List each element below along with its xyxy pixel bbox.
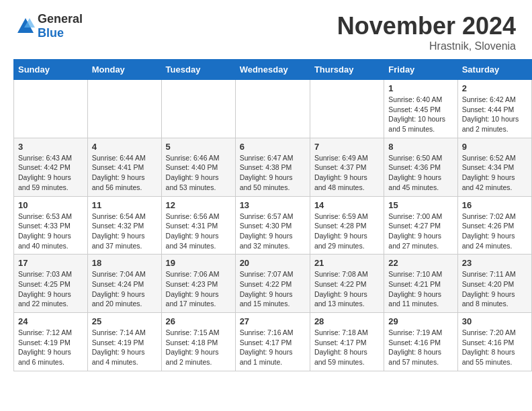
day-number: 27 — [240, 316, 306, 326]
day-number: 5 — [166, 142, 231, 152]
day-info: Sunrise: 7:14 AM Sunset: 4:19 PM Dayligh… — [92, 328, 157, 367]
calendar-cell: 16Sunrise: 7:02 AM Sunset: 4:26 PM Dayli… — [457, 196, 531, 255]
day-info: Sunrise: 7:07 AM Sunset: 4:22 PM Dayligh… — [240, 269, 306, 309]
calendar-cell — [310, 80, 384, 138]
day-info: Sunrise: 7:20 AM Sunset: 4:16 PM Dayligh… — [462, 328, 527, 367]
day-number: 19 — [166, 258, 231, 268]
logo: General Blue — [16, 12, 83, 40]
day-number: 12 — [166, 200, 231, 210]
day-info: Sunrise: 7:03 AM Sunset: 4:25 PM Dayligh… — [18, 269, 83, 309]
day-number: 9 — [462, 142, 527, 152]
calendar-cell: 28Sunrise: 7:18 AM Sunset: 4:17 PM Dayli… — [310, 313, 384, 371]
day-info: Sunrise: 6:40 AM Sunset: 4:45 PM Dayligh… — [388, 95, 453, 134]
logo-icon — [16, 17, 35, 36]
day-info: Sunrise: 6:53 AM Sunset: 4:33 PM Dayligh… — [18, 212, 83, 251]
day-number: 28 — [314, 316, 380, 326]
weekday-saturday: Saturday — [457, 60, 531, 80]
day-number: 4 — [92, 142, 157, 152]
calendar-cell — [87, 80, 161, 138]
day-info: Sunrise: 6:46 AM Sunset: 4:40 PM Dayligh… — [166, 153, 231, 193]
weekday-tuesday: Tuesday — [161, 60, 235, 80]
day-number: 6 — [240, 142, 306, 152]
day-info: Sunrise: 6:44 AM Sunset: 4:41 PM Dayligh… — [92, 153, 157, 193]
day-info: Sunrise: 7:12 AM Sunset: 4:19 PM Dayligh… — [18, 328, 83, 367]
day-number: 1 — [388, 83, 453, 93]
day-info: Sunrise: 7:10 AM Sunset: 4:21 PM Dayligh… — [388, 269, 453, 309]
day-number: 18 — [92, 258, 157, 268]
calendar-cell: 23Sunrise: 7:11 AM Sunset: 4:20 PM Dayli… — [457, 255, 531, 313]
day-number: 24 — [18, 316, 83, 326]
calendar-table: SundayMondayTuesdayWednesdayThursdayFrid… — [13, 59, 532, 371]
day-info: Sunrise: 6:56 AM Sunset: 4:31 PM Dayligh… — [166, 212, 231, 251]
calendar-cell: 15Sunrise: 7:00 AM Sunset: 4:27 PM Dayli… — [384, 196, 457, 255]
weekday-header-row: SundayMondayTuesdayWednesdayThursdayFrid… — [14, 60, 532, 80]
calendar-cell: 3Sunrise: 6:43 AM Sunset: 4:42 PM Daylig… — [14, 138, 88, 196]
day-number: 20 — [240, 258, 306, 268]
calendar-cell: 1Sunrise: 6:40 AM Sunset: 4:45 PM Daylig… — [384, 80, 457, 138]
calendar-row-2: 10Sunrise: 6:53 AM Sunset: 4:33 PM Dayli… — [14, 196, 532, 255]
day-number: 15 — [388, 200, 453, 210]
title-block: November 2024 Hrastnik, Slovenia — [337, 12, 516, 52]
day-number: 11 — [92, 200, 157, 210]
day-info: Sunrise: 6:43 AM Sunset: 4:42 PM Dayligh… — [18, 153, 83, 193]
day-info: Sunrise: 7:00 AM Sunset: 4:27 PM Dayligh… — [388, 212, 453, 251]
day-info: Sunrise: 7:19 AM Sunset: 4:16 PM Dayligh… — [388, 328, 453, 367]
calendar-cell: 11Sunrise: 6:54 AM Sunset: 4:32 PM Dayli… — [87, 196, 161, 255]
day-number: 8 — [388, 142, 453, 152]
day-number: 16 — [462, 200, 527, 210]
day-number: 29 — [388, 316, 453, 326]
day-info: Sunrise: 7:06 AM Sunset: 4:23 PM Dayligh… — [166, 269, 231, 309]
day-number: 23 — [462, 258, 527, 268]
day-info: Sunrise: 7:11 AM Sunset: 4:20 PM Dayligh… — [462, 269, 527, 309]
calendar-cell: 24Sunrise: 7:12 AM Sunset: 4:19 PM Dayli… — [14, 313, 88, 371]
calendar-wrapper: SundayMondayTuesdayWednesdayThursdayFrid… — [0, 59, 532, 378]
page-header: General Blue November 2024 Hrastnik, Slo… — [0, 0, 532, 59]
day-info: Sunrise: 6:54 AM Sunset: 4:32 PM Dayligh… — [92, 212, 157, 251]
calendar-cell: 18Sunrise: 7:04 AM Sunset: 4:24 PM Dayli… — [87, 255, 161, 313]
calendar-row-0: 1Sunrise: 6:40 AM Sunset: 4:45 PM Daylig… — [14, 80, 532, 138]
day-info: Sunrise: 7:16 AM Sunset: 4:17 PM Dayligh… — [240, 328, 306, 367]
calendar-cell — [161, 80, 235, 138]
day-number: 2 — [462, 83, 527, 93]
weekday-monday: Monday — [87, 60, 161, 80]
day-number: 26 — [166, 316, 231, 326]
day-number: 10 — [18, 200, 83, 210]
day-number: 13 — [240, 200, 306, 210]
calendar-cell: 9Sunrise: 6:52 AM Sunset: 4:34 PM Daylig… — [457, 138, 531, 196]
weekday-wednesday: Wednesday — [235, 60, 310, 80]
day-info: Sunrise: 6:42 AM Sunset: 4:44 PM Dayligh… — [462, 95, 527, 134]
calendar-cell: 21Sunrise: 7:08 AM Sunset: 4:22 PM Dayli… — [310, 255, 384, 313]
calendar-cell: 29Sunrise: 7:19 AM Sunset: 4:16 PM Dayli… — [384, 313, 457, 371]
calendar-cell: 6Sunrise: 6:47 AM Sunset: 4:38 PM Daylig… — [235, 138, 310, 196]
calendar-cell: 30Sunrise: 7:20 AM Sunset: 4:16 PM Dayli… — [457, 313, 531, 371]
calendar-cell: 26Sunrise: 7:15 AM Sunset: 4:18 PM Dayli… — [161, 313, 235, 371]
calendar-cell: 2Sunrise: 6:42 AM Sunset: 4:44 PM Daylig… — [457, 80, 531, 138]
day-info: Sunrise: 7:18 AM Sunset: 4:17 PM Dayligh… — [314, 328, 380, 367]
calendar-row-4: 24Sunrise: 7:12 AM Sunset: 4:19 PM Dayli… — [14, 313, 532, 371]
weekday-thursday: Thursday — [310, 60, 384, 80]
day-number: 30 — [462, 316, 527, 326]
location: Hrastnik, Slovenia — [337, 40, 516, 52]
calendar-cell: 4Sunrise: 6:44 AM Sunset: 4:41 PM Daylig… — [87, 138, 161, 196]
calendar-cell — [14, 80, 88, 138]
day-info: Sunrise: 6:52 AM Sunset: 4:34 PM Dayligh… — [462, 153, 527, 193]
day-info: Sunrise: 6:47 AM Sunset: 4:38 PM Dayligh… — [240, 153, 306, 193]
calendar-cell: 20Sunrise: 7:07 AM Sunset: 4:22 PM Dayli… — [235, 255, 310, 313]
calendar-row-1: 3Sunrise: 6:43 AM Sunset: 4:42 PM Daylig… — [14, 138, 532, 196]
logo-text: General Blue — [38, 12, 83, 40]
calendar-cell: 13Sunrise: 6:57 AM Sunset: 4:30 PM Dayli… — [235, 196, 310, 255]
logo-blue: Blue — [38, 26, 83, 40]
calendar-row-3: 17Sunrise: 7:03 AM Sunset: 4:25 PM Dayli… — [14, 255, 532, 313]
calendar-cell: 5Sunrise: 6:46 AM Sunset: 4:40 PM Daylig… — [161, 138, 235, 196]
calendar-cell: 27Sunrise: 7:16 AM Sunset: 4:17 PM Dayli… — [235, 313, 310, 371]
calendar-cell: 17Sunrise: 7:03 AM Sunset: 4:25 PM Dayli… — [14, 255, 88, 313]
day-info: Sunrise: 6:50 AM Sunset: 4:36 PM Dayligh… — [388, 153, 453, 193]
day-number: 25 — [92, 316, 157, 326]
day-info: Sunrise: 6:49 AM Sunset: 4:37 PM Dayligh… — [314, 153, 380, 193]
calendar-cell: 8Sunrise: 6:50 AM Sunset: 4:36 PM Daylig… — [384, 138, 457, 196]
day-info: Sunrise: 7:02 AM Sunset: 4:26 PM Dayligh… — [462, 212, 527, 251]
day-info: Sunrise: 7:15 AM Sunset: 4:18 PM Dayligh… — [166, 328, 231, 367]
logo-general: General — [38, 12, 83, 26]
calendar-cell: 7Sunrise: 6:49 AM Sunset: 4:37 PM Daylig… — [310, 138, 384, 196]
day-info: Sunrise: 7:08 AM Sunset: 4:22 PM Dayligh… — [314, 269, 380, 309]
